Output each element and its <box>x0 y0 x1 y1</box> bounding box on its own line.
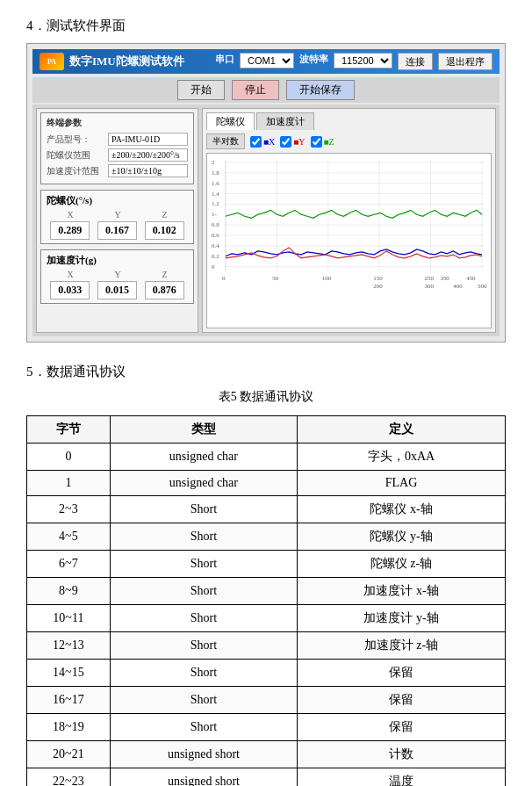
svg-text:350: 350 <box>440 275 449 281</box>
product-model-value: PA-IMU-01D <box>108 133 188 146</box>
cell-byte: 6~7 <box>27 551 111 578</box>
cell-type: Short <box>110 687 297 714</box>
accel-range-value: ±10/±10/±10g <box>108 164 188 177</box>
cell-byte: 8~9 <box>27 578 111 605</box>
imu-screenshot: PA 数字IMU陀螺测试软件 串口 COM1 波特率 115200 连接 退出程… <box>26 43 506 343</box>
cell-byte: 12~13 <box>27 632 111 660</box>
logo-text: PA <box>47 58 56 66</box>
check-y[interactable]: ■Y <box>280 136 305 148</box>
svg-text:500: 500 <box>478 283 487 289</box>
chart-area: 2 1.8 1.6 1.4 1.2 1- 0.8 0.6 0.4 0.2 0 <box>206 153 492 328</box>
table-row: 18~19Short保留 <box>27 714 506 741</box>
section5-title: 5．数据通讯协议 <box>26 364 506 380</box>
cell-type: Short <box>110 714 297 741</box>
accel-z-label: Z <box>162 270 167 279</box>
table-caption: 表5 数据通讯协议 <box>26 389 506 405</box>
baud-select[interactable]: 115200 <box>334 53 392 69</box>
svg-text:100: 100 <box>322 275 332 281</box>
cell-type: unsigned char <box>110 443 297 471</box>
accel-z-value: 0.876 <box>145 281 184 299</box>
check-z-label: ■Z <box>324 137 334 147</box>
svg-text:1.2: 1.2 <box>212 200 219 206</box>
cell-def: 陀螺仪 y-轴 <box>298 523 506 551</box>
check-z[interactable]: ■Z <box>311 136 334 148</box>
table-row: 10~11Short加速度计 y-轴 <box>27 605 506 632</box>
cell-def: 加速度计 x-轴 <box>298 578 506 605</box>
svg-text:150: 150 <box>373 275 383 281</box>
gyro-y-label: Y <box>114 210 120 220</box>
cell-byte: 4~5 <box>27 523 111 551</box>
semi-log-button[interactable]: 半对数 <box>206 133 245 149</box>
section4-title: 4．测试软件界面 <box>26 18 506 34</box>
start-button[interactable]: 开始 <box>177 80 225 100</box>
gyro-header: X Y Z <box>47 210 188 220</box>
check-x[interactable]: ■X <box>250 136 275 148</box>
col-header-byte: 字节 <box>27 416 111 443</box>
accel-x-label: X <box>67 270 73 279</box>
cell-byte: 16~17 <box>27 687 111 714</box>
checkbox-x[interactable] <box>250 136 262 148</box>
svg-text:300: 300 <box>425 283 435 289</box>
cell-def: 保留 <box>298 687 506 714</box>
table-row: 20~21unsigned short计数 <box>27 741 506 768</box>
col-header-def: 定义 <box>298 416 506 443</box>
cell-def: 计数 <box>298 741 506 768</box>
imu-titlebar-right: 串口 COM1 波特率 115200 连接 退出程序 <box>215 53 492 70</box>
svg-text:400: 400 <box>453 283 463 289</box>
accel-data-box: 加速度计(g) X Y Z 0.033 0.015 0.876 <box>40 249 194 304</box>
table-row: 4~5Short陀螺仪 y-轴 <box>27 523 506 551</box>
quit-button[interactable]: 退出程序 <box>438 53 492 70</box>
check-y-label: ■Y <box>293 137 305 147</box>
table-row: 12~13Short加速度计 z-轴 <box>27 632 506 660</box>
imu-main-content: 终端参数 产品型号： PA-IMU-01D 陀螺仪范围 ±200/±200/±2… <box>32 105 500 336</box>
imu-logo: PA <box>40 53 64 70</box>
gyro-range-row: 陀螺仪范围 ±200/±200/±200°/s <box>47 148 188 162</box>
chart-svg: 2 1.8 1.6 1.4 1.2 1- 0.8 0.6 0.4 0.2 0 <box>207 154 491 328</box>
gyro-z-value: 0.102 <box>145 221 184 240</box>
imu-title: 数字IMU陀螺测试软件 <box>69 54 184 69</box>
cell-def: 保留 <box>298 660 506 687</box>
accel-values: 0.033 0.015 0.876 <box>47 281 188 299</box>
cell-byte: 22~23 <box>27 768 111 787</box>
gyro-range-label: 陀螺仪范围 <box>47 149 108 162</box>
gyro-data-title: 陀螺仪(°/s) <box>47 194 188 207</box>
stop-button[interactable]: 停止 <box>232 80 279 100</box>
tab-gyro[interactable]: 陀螺仪 <box>206 112 255 130</box>
table-row: 6~7Short陀螺仪 z-轴 <box>27 551 506 578</box>
check-x-label: ■X <box>263 137 275 147</box>
cell-def: 加速度计 z-轴 <box>298 632 506 660</box>
cell-def: 字头，0xAA <box>298 443 506 471</box>
connect-button[interactable]: 连接 <box>398 53 433 70</box>
protocol-table: 字节 类型 定义 0unsigned char字头，0xAA1unsigned … <box>26 415 506 786</box>
cell-type: Short <box>110 660 297 687</box>
imu-left-panel: 终端参数 产品型号： PA-IMU-01D 陀螺仪范围 ±200/±200/±2… <box>36 108 198 333</box>
svg-text:0.4: 0.4 <box>212 242 219 249</box>
cell-type: Short <box>110 605 297 632</box>
table-row: 22~23unsigned short温度 <box>27 768 506 787</box>
gyro-x-value: 0.289 <box>50 221 90 240</box>
svg-text:450: 450 <box>466 275 476 281</box>
checkbox-y[interactable] <box>280 136 291 148</box>
checkbox-z[interactable] <box>311 136 322 148</box>
cell-byte: 0 <box>27 443 111 471</box>
gyro-data-box: 陀螺仪(°/s) X Y Z 0.289 0.167 0.102 <box>40 190 194 244</box>
accel-x-value: 0.033 <box>50 281 90 299</box>
svg-text:1.6: 1.6 <box>212 180 219 186</box>
product-model-label: 产品型号： <box>47 133 108 146</box>
cell-byte: 1 <box>27 471 111 496</box>
svg-text:1-: 1- <box>212 211 217 217</box>
imu-titlebar: PA 数字IMU陀螺测试软件 串口 COM1 波特率 115200 连接 退出程… <box>32 49 500 74</box>
svg-text:0.8: 0.8 <box>212 221 219 227</box>
svg-text:200: 200 <box>373 283 383 289</box>
cell-byte: 10~11 <box>27 605 111 632</box>
cell-byte: 14~15 <box>27 660 111 687</box>
table-row: 14~15Short保留 <box>27 660 506 687</box>
terminal-params-group: 终端参数 产品型号： PA-IMU-01D 陀螺仪范围 ±200/±200/±2… <box>40 112 194 184</box>
tab-accel[interactable]: 加速度计 <box>256 112 314 130</box>
baud-label: 波特率 <box>299 53 328 70</box>
port-select[interactable]: COM1 <box>240 53 294 69</box>
accel-header: X Y Z <box>47 270 188 279</box>
cell-byte: 20~21 <box>27 741 111 768</box>
save-button[interactable]: 开始保存 <box>286 80 355 100</box>
cell-type: Short <box>110 523 297 551</box>
